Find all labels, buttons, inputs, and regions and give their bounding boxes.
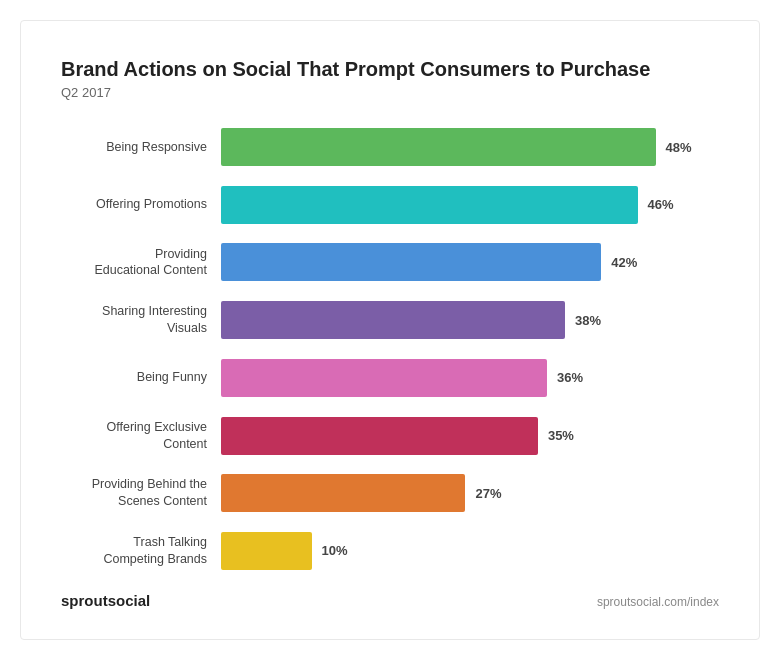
bar-label: Being Responsive	[61, 139, 221, 156]
bar-row: Providing Behind theScenes Content27%	[61, 474, 719, 512]
bar-pct: 46%	[648, 197, 674, 212]
bar-fill	[221, 243, 601, 281]
bar-fill	[221, 359, 547, 397]
footer-url: sproutsocial.com/index	[597, 595, 719, 609]
bar-track: 36%	[221, 359, 719, 397]
bar-track: 38%	[221, 301, 719, 339]
bar-track: 10%	[221, 532, 719, 570]
bar-fill	[221, 532, 312, 570]
bar-pct: 38%	[575, 313, 601, 328]
bar-row: Sharing InterestingVisuals38%	[61, 301, 719, 339]
bar-fill	[221, 474, 465, 512]
chart-subtitle: Q2 2017	[61, 85, 719, 100]
bar-track: 42%	[221, 243, 719, 281]
bar-pct: 36%	[557, 370, 583, 385]
bar-row: Offering Promotions46%	[61, 186, 719, 224]
bar-row: Trash TalkingCompeting Brands10%	[61, 532, 719, 570]
bar-row: Being Responsive48%	[61, 128, 719, 166]
bar-label: ProvidingEducational Content	[61, 246, 221, 280]
bar-label: Trash TalkingCompeting Brands	[61, 534, 221, 568]
bar-label: Providing Behind theScenes Content	[61, 476, 221, 510]
bar-pct: 48%	[666, 140, 692, 155]
chart-container: Brand Actions on Social That Prompt Cons…	[20, 20, 760, 640]
bar-label: Offering ExclusiveContent	[61, 419, 221, 453]
chart-footer: sproutsocial sproutsocial.com/index	[61, 592, 719, 609]
bar-row: Being Funny36%	[61, 359, 719, 397]
bar-track: 46%	[221, 186, 719, 224]
bar-pct: 10%	[322, 543, 348, 558]
bar-track: 27%	[221, 474, 719, 512]
bar-track: 48%	[221, 128, 719, 166]
chart-title: Brand Actions on Social That Prompt Cons…	[61, 57, 719, 81]
bar-fill	[221, 128, 656, 166]
bar-label: Offering Promotions	[61, 196, 221, 213]
logo-prefix: sprout	[61, 592, 108, 609]
bars-section: Being Responsive48%Offering Promotions46…	[61, 128, 719, 570]
bar-row: ProvidingEducational Content42%	[61, 243, 719, 281]
bar-label: Sharing InterestingVisuals	[61, 303, 221, 337]
bar-pct: 27%	[475, 486, 501, 501]
bar-row: Offering ExclusiveContent35%	[61, 417, 719, 455]
bar-fill	[221, 301, 565, 339]
bar-track: 35%	[221, 417, 719, 455]
bar-pct: 42%	[611, 255, 637, 270]
bar-fill	[221, 186, 638, 224]
bar-label: Being Funny	[61, 369, 221, 386]
logo-bold: social	[108, 592, 151, 609]
bar-fill	[221, 417, 538, 455]
bar-pct: 35%	[548, 428, 574, 443]
brand-logo: sproutsocial	[61, 592, 150, 609]
